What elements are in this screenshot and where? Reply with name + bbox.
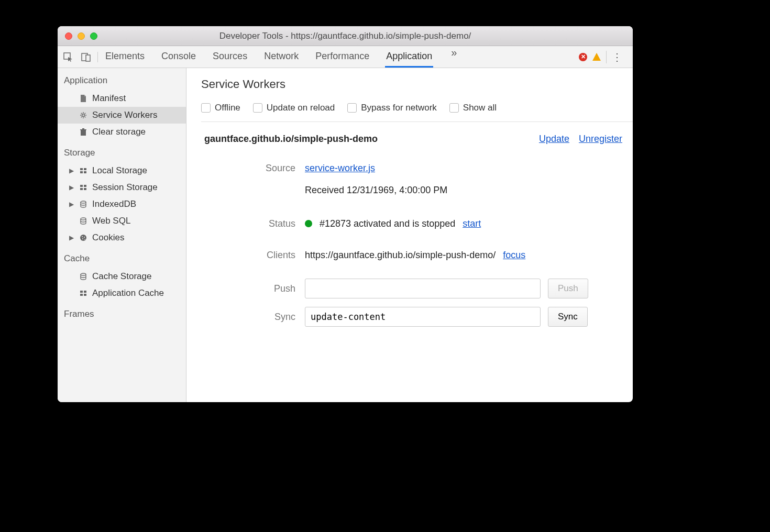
origin-text: gauntface.github.io/simple-push-demo bbox=[204, 134, 378, 145]
status-row: Status #12873 activated and is stopped s… bbox=[201, 212, 633, 236]
sidebar-item-clear-storage[interactable]: Clear storage bbox=[58, 124, 186, 140]
sidebar-item-service-workers[interactable]: Service Workers bbox=[58, 107, 186, 124]
tab-performance[interactable]: Performance bbox=[314, 47, 370, 67]
push-row: Push Push bbox=[201, 274, 633, 303]
svg-rect-20 bbox=[80, 291, 83, 293]
expand-caret-icon: ▶ bbox=[69, 201, 74, 208]
source-received-row: Received 12/31/1969, 4:00:00 PM bbox=[201, 180, 633, 204]
checkbox-update-on-reload[interactable]: Update on reload bbox=[253, 103, 335, 113]
close-window-button[interactable] bbox=[65, 32, 72, 40]
fullscreen-window-button[interactable] bbox=[90, 32, 97, 40]
checkbox-bypass-for-network[interactable]: Bypass for network bbox=[347, 103, 437, 113]
push-button[interactable]: Push bbox=[548, 279, 588, 298]
tab-sources[interactable]: Sources bbox=[212, 47, 248, 67]
tab-application[interactable]: Application bbox=[385, 47, 433, 67]
status-label: Status bbox=[201, 218, 305, 229]
status-icons: ✕ bbox=[579, 53, 601, 61]
push-input[interactable] bbox=[305, 279, 541, 298]
sidebar-item-label: Cache Storage bbox=[92, 271, 151, 282]
update-link[interactable]: Update bbox=[539, 134, 569, 145]
svg-point-16 bbox=[84, 237, 85, 238]
sidebar-item-cache-storage[interactable]: Cache Storage bbox=[58, 268, 186, 285]
sync-input[interactable] bbox=[305, 307, 541, 327]
panel-heading: Service Workers bbox=[201, 77, 633, 91]
sidebar-item-label: IndexedDB bbox=[92, 199, 136, 209]
options-row: Offline Update on reload Bypass for netw… bbox=[201, 99, 633, 122]
sidebar-item-label: Cookies bbox=[92, 232, 124, 243]
svg-rect-22 bbox=[80, 294, 83, 296]
traffic-lights bbox=[65, 32, 97, 40]
expand-caret-icon: ▶ bbox=[69, 234, 74, 241]
window-titlebar: Developer Tools - https://gauntface.gith… bbox=[58, 26, 633, 46]
gear-icon bbox=[79, 110, 88, 120]
unregister-link[interactable]: Unregister bbox=[579, 134, 622, 145]
settings-menu-icon[interactable]: ⋮ bbox=[606, 51, 628, 63]
sidebar-item-cookies[interactable]: ▶Cookies bbox=[58, 229, 186, 246]
devtools-tabs: Elements Console Sources Network Perform… bbox=[104, 47, 574, 67]
svg-rect-11 bbox=[84, 188, 86, 190]
tab-network[interactable]: Network bbox=[263, 47, 300, 67]
file-icon bbox=[79, 94, 88, 103]
svg-rect-7 bbox=[84, 171, 86, 173]
svg-rect-2 bbox=[86, 55, 90, 61]
sidebar-item-web-sql[interactable]: Web SQL bbox=[58, 213, 186, 229]
checkbox-show-all[interactable]: Show all bbox=[449, 103, 497, 113]
error-icon[interactable]: ✕ bbox=[579, 53, 587, 61]
svg-point-15 bbox=[82, 236, 83, 237]
checkbox-offline[interactable]: Offline bbox=[201, 103, 240, 113]
push-label: Push bbox=[201, 283, 305, 294]
grid-icon bbox=[79, 289, 88, 298]
sidebar-item-indexeddb[interactable]: ▶IndexedDB bbox=[58, 196, 186, 213]
checkbox-label: Offline bbox=[215, 103, 240, 113]
sidebar-item-local-storage[interactable]: ▶Local Storage bbox=[58, 162, 186, 179]
application-sidebar: ApplicationManifestService WorkersClear … bbox=[58, 68, 186, 402]
checkbox-label: Update on reload bbox=[267, 103, 335, 113]
source-label: Source bbox=[201, 163, 305, 174]
devtools-toolbar: Elements Console Sources Network Perform… bbox=[58, 46, 633, 68]
source-row: Source service-worker.js bbox=[201, 156, 633, 180]
tabs-overflow[interactable]: » bbox=[448, 47, 460, 67]
svg-rect-23 bbox=[84, 294, 86, 296]
sidebar-group-header: Application bbox=[58, 68, 186, 90]
inspect-element-icon[interactable] bbox=[63, 52, 73, 62]
db-icon bbox=[79, 216, 88, 226]
svg-point-14 bbox=[80, 235, 86, 241]
svg-rect-6 bbox=[80, 171, 83, 173]
svg-point-18 bbox=[84, 239, 85, 240]
clients-row: Clients https://gauntface.github.io/simp… bbox=[201, 243, 633, 267]
sidebar-item-manifest[interactable]: Manifest bbox=[58, 90, 186, 107]
svg-point-17 bbox=[82, 238, 83, 239]
svg-point-3 bbox=[82, 114, 85, 117]
db-icon bbox=[79, 199, 88, 209]
cookie-icon bbox=[79, 233, 88, 242]
sidebar-item-application-cache[interactable]: Application Cache bbox=[58, 285, 186, 302]
grid-icon bbox=[79, 166, 88, 175]
expand-caret-icon: ▶ bbox=[69, 184, 74, 191]
source-link[interactable]: service-worker.js bbox=[305, 163, 375, 174]
sidebar-item-session-storage[interactable]: ▶Session Storage bbox=[58, 179, 186, 196]
device-toolbar-icon[interactable] bbox=[81, 52, 91, 62]
sidebar-item-label: Web SQL bbox=[92, 216, 130, 226]
source-received: Received 12/31/1969, 4:00:00 PM bbox=[305, 185, 447, 196]
status-dot-icon bbox=[305, 220, 312, 227]
db-icon bbox=[79, 272, 88, 281]
minimize-window-button[interactable] bbox=[78, 32, 85, 40]
svg-rect-21 bbox=[84, 291, 86, 293]
sidebar-item-label: Clear storage bbox=[92, 127, 146, 137]
devtools-window: Developer Tools - https://gauntface.gith… bbox=[58, 26, 633, 402]
tab-elements[interactable]: Elements bbox=[104, 47, 146, 67]
sidebar-group-header: Storage bbox=[58, 140, 186, 162]
status-start-link[interactable]: start bbox=[463, 218, 481, 229]
svg-point-19 bbox=[81, 273, 86, 275]
svg-rect-4 bbox=[80, 168, 83, 170]
sync-row: Sync Sync bbox=[201, 303, 633, 331]
sidebar-group-header: Cache bbox=[58, 246, 186, 268]
svg-point-13 bbox=[81, 218, 86, 220]
client-focus-link[interactable]: focus bbox=[503, 250, 525, 261]
checkbox-label: Show all bbox=[463, 103, 497, 113]
sync-button[interactable]: Sync bbox=[548, 307, 588, 327]
tab-console[interactable]: Console bbox=[160, 47, 197, 67]
warning-icon[interactable] bbox=[592, 53, 601, 61]
sync-label: Sync bbox=[201, 312, 305, 323]
svg-rect-10 bbox=[80, 188, 83, 190]
